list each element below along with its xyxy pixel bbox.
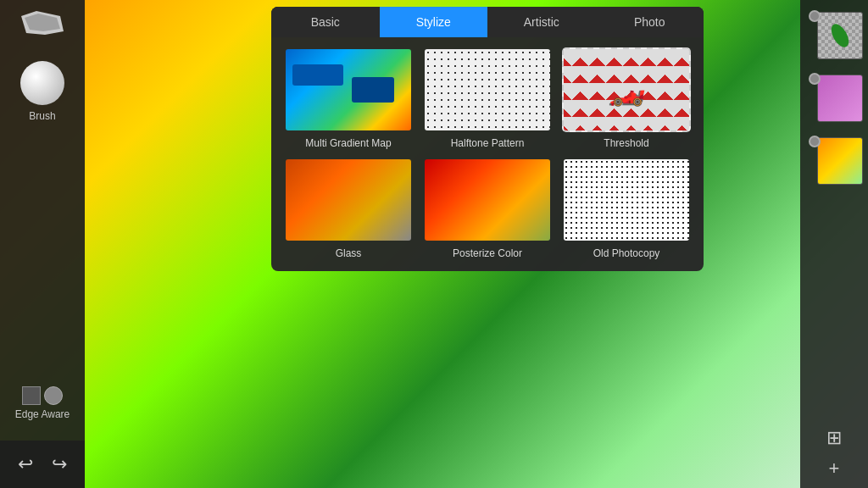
filter-label-threshold: Threshold [604, 137, 648, 149]
tab-basic[interactable]: Basic [271, 7, 380, 37]
add-layer-button[interactable]: + [829, 458, 840, 480]
threshold-car-icon: 🏎️ [564, 49, 689, 130]
filter-label-old-photocopy: Old Photocopy [593, 247, 660, 259]
filter-thumb-threshold: 🏎️ [562, 47, 691, 132]
brush-tool[interactable]: Brush [20, 61, 64, 122]
filter-thumb-old-photocopy [562, 158, 691, 242]
edge-aware-icons [22, 386, 63, 405]
gradient-map-preview [286, 49, 411, 130]
bottom-toolbar: ↩ ↪ [0, 441, 85, 488]
edge-aware-label: Edge Aware [15, 408, 70, 420]
threshold-preview: 🏎️ [564, 49, 689, 130]
layer-thumb-3 [817, 137, 863, 185]
layer-item-2[interactable] [805, 69, 863, 127]
filter-label-halftone-pattern: Halftone Pattern [451, 137, 525, 149]
redo-button[interactable]: ↪ [52, 455, 67, 474]
halftone-preview [425, 49, 550, 130]
layer-radio-1 [809, 10, 821, 22]
undo-button[interactable]: ↩ [18, 455, 33, 474]
filter-thumb-multi-gradient-map [284, 47, 413, 132]
filter-label-posterize-color: Posterize Color [453, 247, 522, 259]
layer-thumb-1 [817, 12, 863, 59]
edge-aware-square-icon [22, 386, 41, 405]
layer-radio-3 [809, 136, 821, 147]
filter-modal: Basic Stylize Artistic Photo Multi Gradi… [271, 7, 704, 271]
tab-artistic[interactable]: Artistic [487, 7, 596, 37]
posterize-preview [425, 159, 550, 241]
right-panel: ⊞ + [800, 0, 868, 488]
brush-label: Brush [29, 110, 55, 122]
svg-point-2 [828, 21, 853, 50]
brush-icon [20, 61, 64, 105]
edge-aware-circle-icon [44, 386, 63, 405]
edge-aware-tool[interactable]: Edge Aware [15, 386, 70, 420]
tab-stylize[interactable]: Stylize [380, 7, 488, 37]
tab-photo[interactable]: Photo [596, 7, 704, 37]
layer-item-1[interactable] [805, 7, 863, 64]
filter-item-glass[interactable]: Glass [283, 158, 414, 259]
right-bottom-buttons: ⊞ + [826, 427, 842, 480]
filter-thumb-posterize-color [423, 158, 552, 242]
glass-preview [286, 159, 411, 241]
filter-grid: Multi Gradient Map Halftone Pattern 🏎️ T… [271, 47, 704, 259]
photocopy-preview [564, 159, 689, 241]
layer-thumb-2 [817, 75, 863, 122]
filter-item-multi-gradient-map[interactable]: Multi Gradient Map [283, 47, 414, 149]
layer-item-3[interactable] [805, 132, 863, 190]
filter-item-posterize-color[interactable]: Posterize Color [422, 158, 553, 259]
filter-item-old-photocopy[interactable]: Old Photocopy [561, 158, 692, 259]
leaf-icon [818, 13, 862, 58]
filter-thumb-halftone-pattern [423, 47, 552, 132]
filter-label-multi-gradient-map: Multi Gradient Map [305, 137, 391, 149]
layers-button[interactable]: ⊞ [826, 427, 842, 449]
filter-label-glass: Glass [336, 247, 362, 259]
app-logo [17, 8, 68, 36]
filter-thumb-glass [284, 158, 413, 242]
filter-item-threshold[interactable]: 🏎️ Threshold [561, 47, 692, 149]
layer-radio-2 [809, 73, 821, 85]
filter-tabs: Basic Stylize Artistic Photo [271, 7, 704, 37]
left-sidebar: Brush Edge Aware [0, 0, 85, 488]
filter-item-halftone-pattern[interactable]: Halftone Pattern [422, 47, 553, 149]
